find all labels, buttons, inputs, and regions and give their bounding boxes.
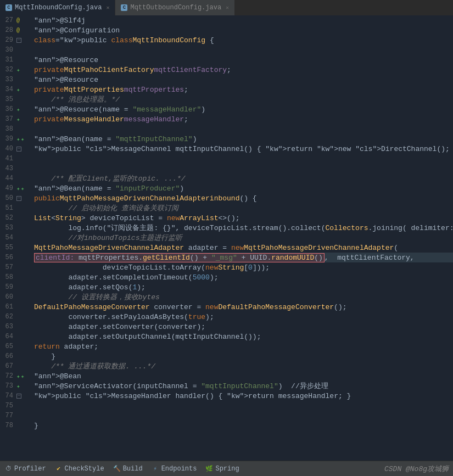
code-line[interactable]: adapter.setConverter(converter);: [34, 322, 453, 332]
green-arrow-icon: ✦: [16, 185, 20, 192]
line-number: 60: [0, 293, 16, 301]
annotation-icon: @: [16, 27, 20, 33]
status-profiler[interactable]: ⏱ Profiler: [4, 465, 46, 473]
code-line[interactable]: "ann">@ServiceActivator(inputChannel = "…: [34, 381, 453, 391]
code-line[interactable]: [34, 45, 453, 55]
code-area: 27@28@29−303132✦3334✦3536✦37✦3839✦✦40−41…: [0, 15, 453, 461]
code-line[interactable]: "ann">@Configuration: [34, 25, 453, 35]
code-line[interactable]: // 启动初始化 查询设备关联订阅: [34, 203, 453, 213]
code-line[interactable]: "ann">@Resource: [34, 75, 453, 85]
code-line[interactable]: [34, 164, 453, 173]
code-line[interactable]: public MqttPahoMessageDrivenChannelAdapt…: [34, 193, 453, 203]
gutter-row: 73✦: [0, 381, 32, 391]
code-line[interactable]: }: [34, 351, 453, 361]
status-spring[interactable]: 🌿 Spring: [205, 465, 239, 473]
fold-icon[interactable]: −: [16, 196, 21, 201]
code-line[interactable]: List<String> deviceTopicList = new Array…: [34, 213, 453, 223]
code-line[interactable]: log.info("订阅设备主题: {}", deviceTopicList.s…: [34, 223, 453, 233]
build-label: Build: [123, 465, 143, 473]
gutter-icons: ✦: [16, 383, 32, 390]
gutter-row: 36✦: [0, 104, 32, 114]
status-endpoints[interactable]: ⚡ Endpoints: [152, 465, 197, 473]
gutter-row: 51: [0, 203, 32, 213]
code-line[interactable]: DefaultPahoMessageConverter converter = …: [34, 302, 453, 312]
code-line[interactable]: "ann">@Resource(name = "messageHandler"): [34, 104, 453, 114]
line-number: 27: [0, 16, 16, 24]
code-line[interactable]: // 设置转换器，接收bytes: [34, 292, 453, 302]
gutter-icons: ✦: [16, 116, 32, 123]
tab-bar: C MqttInboundConfig.java ✕ C MqttOutboun…: [0, 0, 453, 15]
code-line[interactable]: "kw">public "cls">MessageChannel mqttInp…: [34, 144, 453, 154]
code-line[interactable]: "ann">@Resource: [34, 55, 453, 65]
gutter-row: 60: [0, 292, 32, 302]
code-line[interactable]: "ann">@Slf4j: [34, 15, 453, 25]
code-line[interactable]: [34, 401, 453, 411]
gutter-icons: −: [16, 38, 32, 43]
gutter: 27@28@29−303132✦3334✦3536✦37✦3839✦✦40−41…: [0, 15, 32, 461]
code-line[interactable]: clientId: mqttProperties.getClientId() +…: [34, 253, 453, 262]
code-line[interactable]: private MqttProperties mqttProperties;: [34, 85, 453, 94]
code-line[interactable]: MqttPahoMessageDrivenChannelAdapter adap…: [34, 243, 453, 253]
code-line[interactable]: private MessageHandler messageHandler;: [34, 114, 453, 124]
code-line[interactable]: class="kw">public class MqttInboundConfi…: [34, 35, 453, 45]
line-number: 55: [0, 244, 16, 251]
tab-outbound-label: MqttOutboundConfig.java: [130, 4, 221, 12]
spring-icon: 🌿: [205, 465, 213, 473]
code-line[interactable]: adapter.setCompletionTimeout(5000);: [34, 272, 453, 282]
line-number: 36: [0, 105, 16, 113]
gutter-row: 75: [0, 401, 32, 411]
gutter-row: 49✦✦: [0, 183, 32, 193]
tab-outbound[interactable]: C MqttOutboundConfig.java ✕: [115, 0, 235, 15]
code-line[interactable]: adapter.setOutputChannel(mqttInputChanne…: [34, 332, 453, 341]
gutter-row: 56: [0, 253, 32, 262]
fold-icon[interactable]: −: [16, 147, 21, 152]
line-number: 61: [0, 303, 16, 311]
code-line[interactable]: /** 通过通道获取数据. ...*/: [34, 361, 453, 371]
line-number: 49: [0, 184, 16, 192]
status-build[interactable]: 🔨 Build: [113, 465, 143, 473]
line-number: 74: [0, 392, 16, 400]
code-lines[interactable]: "ann">@Slf4j"ann">@Configurationclass="k…: [32, 15, 453, 461]
tab-inbound-close[interactable]: ✕: [106, 4, 109, 11]
line-number: 50: [0, 194, 16, 202]
code-line[interactable]: private MqttPahoClientFactory mqttClient…: [34, 65, 453, 75]
code-line[interactable]: "ann">@Bean(name = "inputProducer"): [34, 183, 453, 193]
code-line[interactable]: /** 配置Client,监听的topic. ...*/: [34, 173, 453, 183]
gutter-icons: −: [16, 394, 32, 399]
line-number: 64: [0, 333, 16, 340]
code-line[interactable]: "ann">@Bean(name = "mqttInputChannel"): [34, 134, 453, 144]
code-line[interactable]: /** 消息处理器。*/: [34, 94, 453, 104]
tab-inbound[interactable]: C MqttInboundConfig.java ✕: [0, 0, 115, 15]
code-line[interactable]: [34, 411, 453, 421]
gutter-row: 58: [0, 272, 32, 282]
line-number: 73: [0, 382, 16, 390]
code-line[interactable]: [34, 124, 453, 134]
line-number: 65: [0, 343, 16, 350]
status-checkstyle[interactable]: ✔ CheckStyle: [55, 465, 104, 473]
green-arrow-icon: ✦: [16, 136, 20, 143]
gutter-row: 66: [0, 351, 32, 361]
line-number: 62: [0, 313, 16, 321]
gutter-row: 29−: [0, 35, 32, 45]
endpoints-label: Endpoints: [161, 465, 197, 473]
code-line[interactable]: "ann">@Bean: [34, 371, 453, 381]
fold-icon[interactable]: −: [16, 38, 21, 43]
gutter-row: 54: [0, 233, 32, 243]
gutter-row: 43: [0, 164, 32, 173]
gutter-row: 55: [0, 243, 32, 253]
code-line[interactable]: [34, 154, 453, 164]
gutter-row: 64: [0, 332, 32, 341]
code-line[interactable]: //对inboundTopics主题进行监听: [34, 233, 453, 243]
tab-outbound-close[interactable]: ✕: [226, 4, 229, 11]
build-icon: 🔨: [113, 465, 121, 473]
code-line[interactable]: "kw">public "cls">MessageHandler handler…: [34, 391, 453, 401]
code-line[interactable]: converter.setPayloadAsBytes(true);: [34, 312, 453, 322]
gutter-row: 53: [0, 223, 32, 233]
code-line[interactable]: return adapter;: [34, 341, 453, 351]
line-number: 67: [0, 362, 16, 370]
fold-icon[interactable]: −: [16, 394, 21, 399]
line-number: 51: [0, 204, 16, 212]
code-line[interactable]: }: [34, 421, 453, 430]
code-line[interactable]: adapter.setQos(1);: [34, 282, 453, 292]
code-line[interactable]: deviceTopicList.toArray(new String[0]));: [34, 262, 453, 272]
